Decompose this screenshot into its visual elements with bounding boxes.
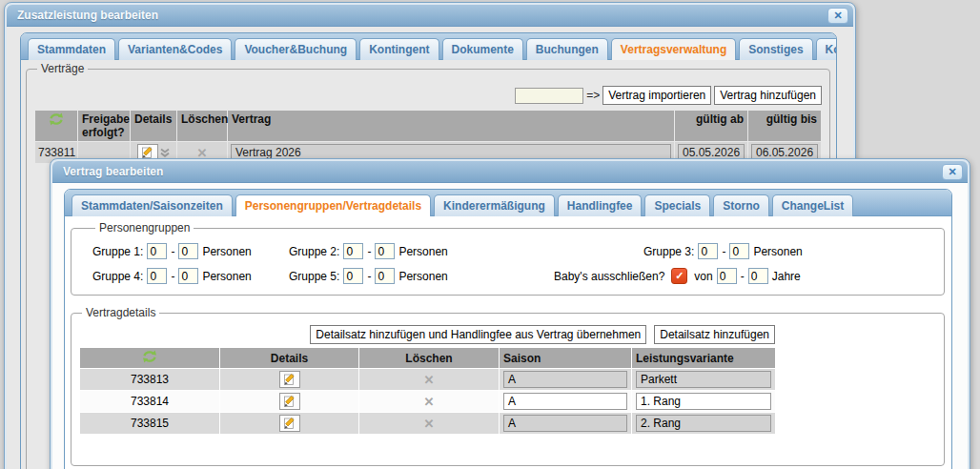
vertrag-import-input[interactable]: [515, 88, 583, 104]
col-gueltig-ab: gültig ab: [675, 111, 747, 141]
tab-vertragsverwaltung[interactable]: Vertragsverwaltung: [611, 38, 736, 60]
vertragdetails-legend: Vertragdetails: [82, 306, 159, 319]
gruppe-5-label: Gruppe 5:: [289, 270, 339, 283]
range-separator: -: [171, 270, 174, 283]
saison-field[interactable]: A: [503, 371, 627, 388]
gruppe-4-group: Gruppe 4: - Personen: [92, 268, 289, 284]
zusatz-title: Zusatzleistung bearbeiten: [17, 9, 158, 22]
col-freigabe: Freigabe erfolgt?: [78, 111, 130, 141]
import-arrow-label: =>: [586, 89, 600, 102]
personen-suffix: Personen: [398, 245, 447, 258]
chevron-double-down-icon[interactable]: [159, 148, 171, 157]
vertrag-titlebar[interactable]: Vertrag bearbeiten ✕: [52, 161, 968, 183]
gruppe-2-group: Gruppe 2: - Personen: [289, 243, 554, 259]
gruppe-3-min-input[interactable]: [698, 243, 718, 259]
col-saison: Saison: [500, 348, 631, 368]
refresh-header-cell[interactable]: [35, 111, 77, 141]
vertrag-importieren-button[interactable]: Vertrag importieren: [602, 86, 711, 105]
range-separator: -: [367, 245, 371, 258]
pencil-icon: [283, 396, 296, 408]
leistungsvariante-field[interactable]: 2. Rang: [636, 415, 771, 432]
gruppe-1-max-input[interactable]: [178, 243, 198, 259]
gruppe-2-max-input[interactable]: [375, 243, 395, 259]
tab-voucher-buchung[interactable]: Voucher&Buchung: [235, 38, 357, 60]
table-row: 733814 ✕ A 1. Rang: [80, 391, 775, 412]
gruppe-2-label: Gruppe 2:: [289, 245, 339, 258]
detail-id-cell: 733815: [80, 413, 219, 434]
delete-icon[interactable]: ✕: [424, 373, 435, 387]
tab-sonstiges[interactable]: Sonstiges: [739, 38, 812, 60]
tab-konfig[interactable]: Konfig: [816, 38, 837, 60]
gruppe-5-group: Gruppe 5: - Personen: [289, 268, 554, 284]
refresh-icon: [48, 112, 65, 126]
leistungsvariante-field[interactable]: 1. Rang: [636, 393, 771, 410]
baby-ausschliessen-checkbox[interactable]: ✓: [671, 268, 687, 284]
pencil-icon: [283, 418, 296, 430]
tab-kontingent[interactable]: Kontingent: [359, 38, 439, 60]
vertraege-table: Freigabe erfolgt? Details Löschen Vertra…: [34, 110, 822, 164]
tab-kinderermaessigung[interactable]: Kinderermäßigung: [434, 194, 555, 216]
gruppe-3-max-input[interactable]: [729, 243, 749, 259]
details-button[interactable]: [279, 371, 300, 388]
vertraege-header-row: Freigabe erfolgt? Details Löschen Vertra…: [35, 111, 821, 141]
personengruppen-fieldset: Personengruppen Gruppe 1: - Personen Gru…: [71, 221, 945, 296]
tab-handlingfee[interactable]: Handlingfee: [558, 194, 643, 216]
detailsatz-handlingfee-button[interactable]: Detailsatz hinzufügen und Handlingfee au…: [310, 325, 646, 344]
refresh-icon: [141, 350, 158, 363]
baby-ausschliessen-group: Baby's ausschließen? ✓ von - Jahre: [554, 268, 936, 284]
tab-buchungen[interactable]: Buchungen: [526, 38, 608, 60]
saison-field[interactable]: A: [503, 393, 627, 410]
vertragdetails-table: Details Löschen Saison Leistungsvariante…: [79, 347, 776, 435]
personen-suffix: Personen: [398, 270, 447, 283]
vertrag-hinzufuegen-button[interactable]: Vertrag hinzufügen: [714, 86, 822, 105]
detail-id-cell: 733814: [80, 391, 219, 412]
personen-suffix: Personen: [202, 245, 251, 258]
baby-min-input[interactable]: [717, 268, 737, 284]
close-icon: ✕: [833, 9, 842, 22]
pencil-icon: [141, 147, 153, 159]
gruppe-5-max-input[interactable]: [375, 268, 395, 284]
range-separator: -: [722, 245, 725, 258]
tab-dokumente[interactable]: Dokumente: [442, 38, 523, 60]
range-separator: -: [171, 245, 174, 258]
gruppe-5-min-input[interactable]: [343, 268, 363, 284]
leistungsvariante-field[interactable]: Parkett: [636, 371, 771, 388]
tab-changelist-vertrag[interactable]: ChangeList: [772, 194, 853, 216]
tab-varianten-codes[interactable]: Varianten&Codes: [118, 38, 232, 60]
tab-personengruppen-vertragdetails[interactable]: Personengruppen/Vertragdetails: [235, 194, 431, 216]
vertrag-tab-strip: Stammdaten/Saisonzeiten Personengruppen/…: [65, 190, 951, 216]
personen-suffix: Personen: [202, 270, 251, 283]
saison-field[interactable]: A: [503, 415, 627, 432]
gruppe-4-min-input[interactable]: [147, 268, 167, 284]
gruppe-4-max-input[interactable]: [178, 268, 198, 284]
details-button[interactable]: [279, 393, 300, 410]
jahre-suffix: Jahre: [772, 270, 801, 283]
gruppe-1-min-input[interactable]: [147, 243, 167, 259]
vertragdetails-fieldset: Vertragdetails Detailsatz hinzufügen und…: [71, 306, 945, 466]
vertrag-close-button[interactable]: ✕: [942, 164, 963, 180]
tab-stammdaten[interactable]: Stammdaten: [28, 38, 115, 60]
zusatz-close-button[interactable]: ✕: [827, 8, 848, 24]
baby-max-input[interactable]: [748, 268, 768, 284]
vertrag-title: Vertrag bearbeiten: [63, 165, 163, 178]
tab-storno[interactable]: Storno: [713, 194, 769, 216]
gruppe-2-min-input[interactable]: [343, 243, 363, 259]
gruppe-4-label: Gruppe 4:: [92, 270, 143, 283]
col-loeschen: Löschen: [359, 348, 499, 368]
col-loeschen: Löschen: [177, 111, 227, 141]
details-header-row: Details Löschen Saison Leistungsvariante: [80, 348, 775, 368]
vertrag-tabbox: Stammdaten/Saisonzeiten Personengruppen/…: [64, 189, 952, 469]
refresh-header-cell[interactable]: [80, 348, 219, 368]
von-label: von: [694, 270, 712, 283]
tab-specials[interactable]: Specials: [644, 194, 710, 216]
detailsatz-hinzufuegen-button[interactable]: Detailsatz hinzufügen: [654, 325, 775, 344]
personengruppen-legend: Personengruppen: [95, 221, 194, 234]
tab-stammdaten-saisonzeiten[interactable]: Stammdaten/Saisonzeiten: [71, 194, 233, 216]
vertraege-legend: Verträge: [37, 62, 88, 75]
delete-icon[interactable]: ✕: [424, 395, 435, 409]
delete-icon[interactable]: ✕: [424, 417, 435, 431]
details-button[interactable]: [279, 415, 300, 432]
dialog-vertrag: Vertrag bearbeiten ✕ Stammdaten/Saisonze…: [50, 158, 970, 469]
zusatz-titlebar[interactable]: Zusatzleistung bearbeiten ✕: [7, 5, 853, 27]
table-row: 733815 ✕ A 2. Rang: [80, 413, 775, 434]
